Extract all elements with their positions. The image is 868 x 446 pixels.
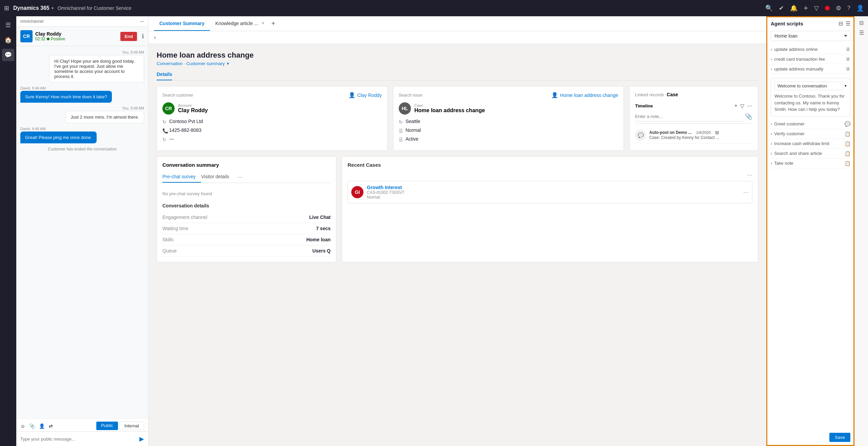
checkmark-icon[interactable]: ✔ [779, 4, 784, 12]
internal-tab[interactable]: Internal [119, 422, 144, 430]
bell-icon[interactable]: 🔔 [790, 4, 797, 12]
sub-script-items-list: › Greet customer 💬 › Verify customer 📋 ›… [771, 119, 850, 168]
conv-tabs-more-icon[interactable]: ⋯ [237, 174, 243, 180]
timeline-item-text: Auto-post on Demo ... 1/6/2020 ⊞ Case: C… [649, 130, 719, 140]
sub-icon-1[interactable]: 💬 [845, 121, 850, 127]
save-button[interactable]: Save [829, 433, 850, 442]
script-item-credit-card[interactable]: › credit card transaction fee 🖥 [771, 54, 850, 64]
send-button[interactable]: ▶ [139, 435, 144, 443]
case-avatar: HL [399, 102, 411, 115]
sub-script-increase-limit[interactable]: › Increase cash withdraw limit 📋 [771, 139, 850, 149]
sub-script-search-article[interactable]: › Search and share article 📋 [771, 149, 850, 159]
public-tab[interactable]: Public [96, 422, 118, 430]
waffle-icon[interactable]: ⊞ [4, 4, 9, 12]
attachment-note-icon[interactable]: 📎 [745, 113, 752, 120]
customer-card-header: Search customer 👤 Clay Roddy [162, 92, 382, 98]
back-button[interactable]: ‹ [154, 34, 156, 41]
sub-icon-2[interactable]: 📋 [845, 131, 850, 137]
sub-icon-5[interactable]: 📋 [845, 161, 850, 166]
linked-records-value: Case [667, 92, 678, 97]
chat-toolbar: ☺ 📎 👤 ⇄ Public Internal [16, 419, 148, 431]
right-edge-collapse-icon[interactable]: ⊟ [859, 20, 864, 26]
sub-script-take-note[interactable]: › Take note 📋 [771, 159, 850, 168]
detail-tabs: Details [157, 72, 758, 81]
timeline-item-icon: 💬 [635, 130, 646, 141]
note-input[interactable] [635, 112, 745, 121]
customer-phone-row: 📞 1425-882-8083 [162, 127, 382, 134]
customer-link[interactable]: 👤 Clay Roddy [349, 92, 382, 98]
tab-knowledge-article[interactable]: Knowledge article ... ✕ [210, 17, 270, 31]
sub-icon-4[interactable]: 📋 [845, 151, 850, 156]
right-edge-list-icon[interactable]: ☰ [859, 29, 864, 36]
script-item-icon-3[interactable]: 🖥 [846, 66, 850, 72]
add-icon[interactable]: + [804, 4, 808, 13]
timeline-more-icon[interactable]: ⋯ [747, 103, 752, 109]
transfer-icon[interactable]: ⇄ [49, 423, 53, 429]
no-survey-text: No pre-chat survey found [162, 187, 331, 200]
close-tab-icon[interactable]: ✕ [261, 21, 264, 25]
status-icon: ☰ [399, 137, 406, 142]
attachment-icon[interactable]: 📎 [29, 423, 35, 429]
agent-panel-collapse-icon[interactable]: ⊟ [839, 20, 843, 27]
sidebar-home-icon[interactable]: 🏠 [2, 34, 14, 46]
sub-script-verify[interactable]: › Verify customer 📋 [771, 129, 850, 139]
script-item-update-online[interactable]: › update address online 🖥 [771, 44, 850, 54]
help-icon[interactable]: ? [847, 5, 850, 11]
sub-caret-1: › [771, 121, 772, 126]
case-item-id-1: CAS-01002-T3G5V7 [367, 190, 740, 195]
phone-icon: 📞 [162, 128, 169, 134]
conv-detail-label-4: Queue [162, 248, 177, 254]
emoji-icon[interactable]: ☺ [20, 423, 25, 429]
case-label: Case [414, 103, 485, 107]
system-message: Customer has ended the conversation [20, 147, 144, 151]
customer-company: Contoso Pvt Ltd [169, 119, 203, 124]
sidebar-chat-icon[interactable]: 💬 [2, 49, 14, 61]
script-item-icon-2[interactable]: 🖥 [846, 56, 850, 62]
script-item-icon-1[interactable]: 🖥 [846, 46, 850, 52]
minimize-chat-icon[interactable]: — [140, 19, 144, 24]
welcome-script-box: Welcome to conversation ▾ Welcome to Con… [771, 78, 850, 117]
timeline-filter-icon[interactable]: ▽ [740, 103, 744, 109]
sub-script-greet[interactable]: › Greet customer 💬 [771, 119, 850, 129]
filter-icon[interactable]: ▽ [814, 4, 819, 12]
sub-caret-2: › [771, 131, 772, 136]
app-name-caret[interactable]: ▾ [52, 6, 54, 11]
msg-time-3: You, 9:48 AM [65, 106, 144, 110]
settings-icon[interactable]: ⚙ [836, 4, 841, 12]
timeline-actions: + ▽ ⋯ [734, 103, 752, 109]
case-item-name-1[interactable]: Growth Interest [367, 185, 740, 190]
sidebar-menu-icon[interactable]: ☰ [2, 19, 14, 31]
search-icon[interactable]: 🔍 [765, 4, 773, 12]
welcome-select-row: Welcome to conversation ▾ [774, 82, 847, 90]
chat-input[interactable] [20, 437, 137, 442]
script-item-caret-2: › [771, 57, 772, 62]
page-title: Home loan address change [157, 51, 758, 60]
customer-name: Clay Roddy [178, 107, 208, 114]
script-item-update-manual[interactable]: › update address manually 🖥 [771, 64, 850, 74]
top-nav: ⊞ Dynamics 365 ▾ Omnichannel for Custome… [0, 0, 868, 16]
recent-cases-more-icon[interactable]: ⋯ [747, 172, 752, 178]
conv-tab-visitor[interactable]: Visitor details [201, 171, 235, 183]
timeline-add-icon[interactable]: + [734, 103, 737, 109]
welcome-script-text: Welcome to Contoso. Thank you for contac… [774, 93, 847, 113]
welcome-script-selector[interactable]: Welcome to conversation [774, 82, 843, 90]
user-icon[interactable]: 👤 [856, 4, 864, 12]
message-type-pills: Public Internal [96, 422, 144, 430]
script-selector[interactable]: Home loan [771, 31, 850, 41]
chat-header: omnichannel — [16, 16, 148, 27]
agent-panel-list-icon[interactable]: ☰ [846, 20, 850, 27]
contact-info-icon[interactable]: ℹ [142, 33, 144, 40]
person-icon[interactable]: 👤 [39, 423, 45, 429]
page-subtitle[interactable]: Conversation · Customer summary ▾ [157, 61, 758, 66]
sub-caret-5: › [771, 161, 772, 166]
case-link[interactable]: 👤 Home loan address change [551, 92, 618, 98]
sub-icon-3[interactable]: 📋 [845, 141, 850, 146]
end-conversation-button[interactable]: End [120, 32, 137, 41]
tab-customer-summary[interactable]: Customer Summary [154, 17, 210, 31]
add-tab-button[interactable]: + [271, 20, 275, 27]
case-item-more-icon-1[interactable]: ⋯ [743, 189, 749, 196]
conv-tab-pre-chat[interactable]: Pre-chat survey [162, 171, 201, 183]
sub-caret-3: › [771, 141, 772, 146]
timeline-item-expand-icon[interactable]: ⊞ [715, 130, 719, 135]
detail-tab-details[interactable]: Details [157, 72, 172, 80]
